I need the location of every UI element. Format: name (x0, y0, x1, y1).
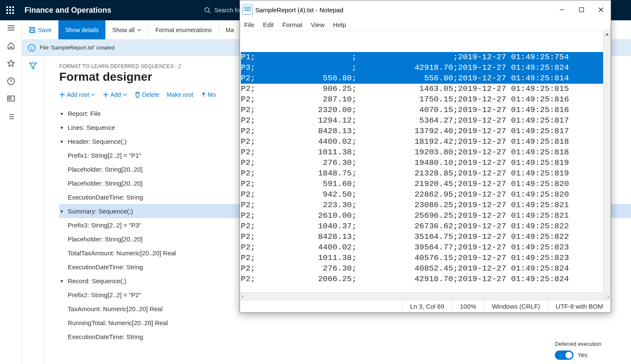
text-line: P2; 4400.02; 18192.42;2019-12-27 01:49:2… (241, 137, 611, 147)
minimize-button[interactable] (552, 0, 572, 19)
save-button[interactable]: Save (22, 20, 58, 39)
text-line: P2; 2610.00; 25696.25;2019-12-27 01:49:2… (241, 211, 611, 221)
svg-rect-2 (12, 6, 14, 8)
message-text: File 'SampleReport.txt' created (40, 44, 115, 51)
app-launcher-button[interactable] (0, 0, 20, 20)
svg-rect-6 (6, 12, 8, 14)
deferred-execution-toggle[interactable]: Yes (555, 350, 601, 360)
format-enumerations-button[interactable]: Format enumerations (149, 20, 218, 39)
home-icon[interactable] (7, 41, 15, 50)
text-line: P2; 1011.38; 40576.15;2019-12-27 01:49:2… (241, 253, 611, 263)
save-label: Save (38, 27, 52, 33)
add-label: Add (110, 91, 121, 98)
workspace-icon[interactable] (7, 95, 15, 103)
close-button[interactable] (591, 0, 611, 19)
move-label: Mo (208, 91, 216, 98)
text-line: P1; ; ;2019-12-27 01:49:25:754 (241, 52, 611, 63)
menu-view[interactable]: View (311, 21, 325, 28)
tree-node-label: Summary: Sequence(;) (68, 208, 133, 215)
svg-rect-1 (9, 6, 11, 8)
move-button[interactable]: Mo (201, 91, 216, 98)
plus-icon (59, 92, 65, 98)
menu-format[interactable]: Format (282, 21, 303, 28)
plus-icon (103, 92, 109, 98)
show-all-button[interactable]: Show all (105, 20, 148, 39)
svg-rect-3 (6, 9, 8, 11)
status-encoding: UTF-8 with BOM (548, 300, 611, 312)
mapping-label: Ma (226, 27, 234, 33)
menu-file[interactable]: File (244, 21, 254, 28)
text-line: P2; 276.30; 40852.45;2019-12-27 01:49:25… (241, 263, 611, 274)
tree-node-label: Placeholder: String[20..20] (68, 235, 143, 243)
notepad-titlebar[interactable]: SampleReport (4).txt - Notepad (240, 0, 611, 19)
notepad-menubar: FileEditFormatViewHelp (240, 19, 611, 31)
expand-icon[interactable]: ▾ (59, 278, 64, 284)
text-line: P2; 942.50; 22862.95;2019-12-27 01:49:25… (241, 189, 611, 200)
info-icon (28, 44, 36, 52)
svg-rect-8 (12, 12, 14, 14)
modules-icon[interactable] (7, 112, 15, 121)
text-line: P2; 1294.12; 5364.27;2019-12-27 01:49:25… (241, 115, 611, 126)
svg-rect-34 (579, 8, 584, 12)
text-line: P2; 591.60; 21920.45;2019-12-27 01:49:25… (241, 179, 611, 189)
add-root-label: Add root (67, 91, 89, 98)
global-search[interactable]: Search for (204, 7, 242, 14)
notepad-app-icon (242, 5, 253, 15)
make-root-button[interactable]: Make root (167, 91, 193, 98)
tree-node-label: RunningTotal: Numeric[20..20] Real (68, 319, 168, 326)
tree-node-label: TaxAmount: Numeric[20..20] Real (68, 305, 163, 312)
delete-button[interactable]: Delete (135, 91, 159, 98)
save-icon (29, 27, 36, 33)
menu-edit[interactable]: Edit (263, 21, 274, 28)
hamburger-icon[interactable] (7, 24, 15, 32)
expand-icon[interactable]: ▾ (59, 139, 64, 145)
format-enum-label: Format enumerations (155, 27, 212, 33)
text-line: P2; 2320.00; 4070.15;2019-12-27 01:49:25… (241, 105, 611, 115)
filter-icon[interactable] (29, 62, 37, 70)
delete-label: Delete (142, 91, 159, 98)
arrow-up-icon (201, 92, 206, 97)
show-details-button[interactable]: Show details (58, 20, 105, 39)
make-root-label: Make root (167, 91, 193, 98)
tree-node-label: Header: Sequence(;) (68, 138, 127, 145)
mapping-button[interactable]: Ma (219, 20, 240, 39)
left-nav-rail (0, 20, 22, 364)
tree-node-label: Report: File (68, 110, 101, 117)
tree-node-label: Placeholder: String[20..20] (68, 166, 143, 173)
toggle-switch (555, 350, 573, 360)
trash-icon (135, 92, 141, 98)
status-spacer (240, 300, 402, 312)
scroll-right-icon: › (607, 293, 609, 299)
notepad-textarea[interactable]: P1; ; ;2019-12-27 01:49:25:754P3; ; 4291… (240, 31, 611, 292)
search-icon (204, 7, 211, 14)
scroll-left-icon: ‹ (242, 293, 243, 299)
tree-node-label: Record: Sequence(;) (68, 277, 126, 285)
brand-title: Finance and Operations (20, 6, 111, 15)
property-deferred-execution: Deferred execution Yes (555, 341, 601, 360)
text-line: P2; 8428.13; 13792.40;2019-12-27 01:49:2… (241, 126, 611, 137)
text-line: P2; 2066.25; 42918.70;2019-12-27 01:49:2… (241, 274, 611, 285)
tree-node[interactable]: ExecutionDateTime: String (59, 330, 631, 344)
menu-help[interactable]: Help (333, 21, 346, 28)
tree-node[interactable]: RunningTotal: Numeric[20..20] Real (59, 316, 631, 330)
text-line: P2; 1011.38; 19203.80;2019-12-27 01:49:2… (241, 147, 611, 158)
status-eol: Windows (CRLF) (484, 300, 548, 312)
svg-rect-24 (31, 27, 33, 29)
text-line: P2; 4400.02; 39564.77;2019-12-27 01:49:2… (241, 242, 611, 253)
svg-rect-5 (12, 9, 14, 11)
vertical-scrollbar[interactable] (603, 31, 611, 292)
tree-node-label: Prefix3: String[2..2] = "P3" (68, 222, 141, 229)
maximize-button[interactable] (572, 0, 591, 19)
expand-icon[interactable]: ▾ (59, 208, 64, 214)
expand-icon[interactable]: ▾ (59, 111, 64, 117)
show-details-label: Show details (65, 27, 99, 33)
horizontal-scrollbar[interactable]: ‹ › (240, 292, 611, 300)
svg-line-10 (209, 11, 210, 13)
star-icon[interactable] (7, 59, 15, 68)
expand-icon[interactable]: ▾ (59, 125, 64, 131)
add-root-button[interactable]: Add root (59, 91, 95, 98)
svg-rect-7 (9, 12, 11, 14)
add-button[interactable]: Add (103, 91, 127, 98)
recent-icon[interactable] (7, 77, 15, 85)
text-line: P2; 556.80; 556.80;2019-12-27 01:49:25:8… (241, 73, 611, 84)
